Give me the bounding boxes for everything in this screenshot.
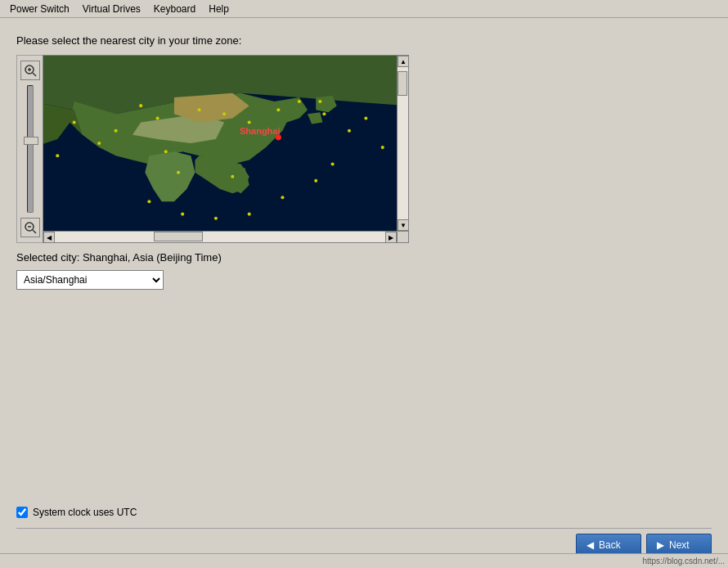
utc-label: System clock uses UTC <box>33 507 137 518</box>
selected-city-text: Selected city: Shanghai, Asia (Beijing T… <box>16 251 712 264</box>
svg-point-35 <box>276 134 281 140</box>
svg-point-12 <box>248 120 251 124</box>
svg-point-33 <box>56 154 59 157</box>
svg-point-10 <box>197 108 200 111</box>
svg-point-21 <box>139 104 142 107</box>
zoom-slider-thumb[interactable] <box>24 137 38 145</box>
scroll-up-button[interactable]: ▲ <box>398 56 409 67</box>
prompt-text: Please select the nearest city in your t… <box>16 34 712 47</box>
scroll-right-button[interactable]: ▶ <box>385 232 397 243</box>
utc-row: System clock uses UTC <box>16 507 712 518</box>
svg-point-17 <box>164 150 168 153</box>
svg-point-13 <box>276 108 280 111</box>
svg-point-28 <box>281 196 284 199</box>
zoom-slider-track[interactable] <box>27 85 34 213</box>
zoom-in-button[interactable] <box>20 61 40 80</box>
vscroll-track[interactable] <box>398 67 408 219</box>
map-container[interactable]: Shanghai ▲ ▼ ◀ ▶ <box>43 55 409 243</box>
map-wrapper: Shanghai ▲ ▼ ◀ ▶ <box>16 55 409 243</box>
timezone-select[interactable]: Asia/Shanghai Asia/Tokyo Asia/Kolkata Am… <box>16 270 164 290</box>
scroll-down-button[interactable]: ▼ <box>398 219 409 231</box>
status-url: https://blog.csdn.net/... <box>642 557 725 566</box>
svg-point-29 <box>248 213 251 216</box>
zoom-out-icon <box>24 221 37 234</box>
menu-keyboard[interactable]: Keyboard <box>147 2 202 16</box>
scroll-left-button[interactable]: ◀ <box>43 232 55 243</box>
svg-point-14 <box>298 100 301 103</box>
svg-point-31 <box>181 213 184 216</box>
svg-line-1 <box>33 73 36 76</box>
zoom-in-icon <box>24 64 37 77</box>
utc-checkbox[interactable] <box>16 507 28 518</box>
map-vertical-scrollbar[interactable]: ▲ ▼ <box>397 56 408 231</box>
zoom-controls <box>16 55 43 243</box>
zoom-out-button[interactable] <box>20 218 40 237</box>
svg-point-8 <box>115 129 118 133</box>
svg-point-25 <box>364 116 367 119</box>
svg-point-26 <box>331 162 335 165</box>
svg-line-5 <box>33 230 36 233</box>
scroll-corner <box>397 231 408 242</box>
svg-point-9 <box>156 116 160 119</box>
svg-point-15 <box>318 100 321 103</box>
map-horizontal-scrollbar[interactable]: ◀ ▶ <box>43 231 397 242</box>
status-bar: https://blog.csdn.net/... <box>0 553 728 568</box>
svg-point-22 <box>322 112 326 115</box>
svg-point-19 <box>231 175 234 178</box>
hscroll-thumb[interactable] <box>154 232 203 241</box>
vscroll-thumb[interactable] <box>398 71 407 96</box>
menu-help[interactable]: Help <box>202 2 236 16</box>
back-arrow-icon: ◀ <box>586 539 594 551</box>
svg-point-20 <box>73 120 76 124</box>
svg-point-24 <box>381 146 384 149</box>
menu-power-switch[interactable]: Power Switch <box>3 2 76 16</box>
hscroll-track[interactable] <box>55 232 385 242</box>
next-arrow-icon: ▶ <box>657 539 664 551</box>
menu-virtual-drives[interactable]: Virtual Drives <box>76 2 147 16</box>
map-svg <box>43 56 397 231</box>
menubar: Power Switch Virtual Drives Keyboard Hel… <box>0 0 728 18</box>
svg-point-30 <box>214 217 218 220</box>
svg-point-32 <box>147 200 151 203</box>
svg-point-27 <box>314 179 317 183</box>
main-content: Please select the nearest city in your t… <box>0 18 728 568</box>
bottom-section: System clock uses UTC ◀ Back ▶ Next <box>16 498 712 560</box>
svg-point-11 <box>222 112 226 115</box>
svg-point-16 <box>97 142 101 145</box>
svg-point-18 <box>177 171 180 174</box>
svg-point-23 <box>348 129 351 133</box>
